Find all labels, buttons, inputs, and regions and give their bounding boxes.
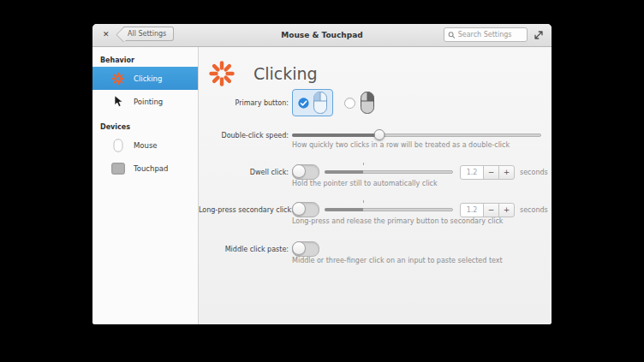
- decrement-button[interactable]: −: [483, 203, 499, 217]
- all-settings-back-button[interactable]: All Settings: [123, 27, 174, 41]
- long-press-label: Long-press secondary click:: [199, 206, 289, 214]
- sidebar-item-label: Mouse: [134, 141, 158, 150]
- slider-fill: [325, 170, 363, 174]
- sidebar-item-touchpad[interactable]: Touchpad: [92, 157, 198, 180]
- dwell-click-value[interactable]: 1.2: [460, 165, 484, 180]
- primary-button-row: Primary button:: [199, 88, 374, 117]
- double-click-speed-row: Double-click speed:: [199, 129, 541, 141]
- dwell-click-slider: [325, 166, 453, 178]
- clicking-flower-icon: [111, 72, 125, 86]
- middle-click-paste-label: Middle click paste:: [199, 246, 289, 253]
- toggle-knob[interactable]: [292, 164, 306, 178]
- search-icon: [448, 31, 456, 39]
- long-press-spinner: 1.2 − +: [460, 203, 515, 217]
- checked-radio-icon: [298, 98, 309, 109]
- dwell-click-row: Dwell click: 1.2 − + seconds: [199, 164, 548, 180]
- right-primary-mouse-icon: [361, 92, 374, 114]
- sidebar: Behavior: [92, 47, 199, 324]
- middle-click-paste-toggle[interactable]: [292, 241, 319, 257]
- dwell-click-toggle[interactable]: [292, 164, 319, 180]
- toggle-knob[interactable]: [292, 202, 306, 216]
- long-press-slider: [325, 204, 453, 216]
- settings-window: ✕ All Settings Mouse & Touchpad Behavior: [92, 24, 552, 324]
- back-button-label: All Settings: [128, 30, 166, 38]
- sidebar-section-behavior: Behavior: [92, 54, 198, 67]
- long-press-toggle[interactable]: [292, 202, 319, 217]
- content-pane: Clicking Primary button:: [199, 47, 552, 324]
- search-box[interactable]: [444, 27, 528, 42]
- double-click-speed-slider[interactable]: [292, 129, 541, 141]
- left-primary-mouse-icon: [313, 92, 327, 114]
- touchpad-icon: [111, 162, 125, 175]
- sidebar-item-label: Clicking: [134, 74, 162, 83]
- sidebar-section-devices: Devices: [92, 121, 198, 134]
- decrement-button[interactable]: −: [483, 165, 499, 180]
- sidebar-item-label: Touchpad: [134, 164, 168, 173]
- sidebar-item-label: Pointing: [134, 98, 163, 106]
- primary-button-right-option[interactable]: [344, 92, 374, 114]
- dwell-click-spinner: 1.2 − +: [460, 165, 515, 180]
- dwell-click-description: Hold the pointer still to automatically …: [292, 180, 438, 187]
- double-click-speed-label: Double-click speed:: [199, 132, 289, 139]
- slider-handle[interactable]: [373, 129, 385, 140]
- primary-button-left-option[interactable]: [292, 89, 333, 116]
- slider-tick: [363, 163, 364, 165]
- toggle-knob[interactable]: [292, 241, 306, 255]
- expand-icon[interactable]: [534, 30, 544, 40]
- middle-click-paste-row: Middle click paste:: [199, 241, 319, 257]
- double-click-speed-description: How quickly two clicks in a row will be …: [292, 141, 510, 149]
- long-press-row: Long-press secondary click: 1.2 − + seco…: [199, 202, 548, 217]
- long-press-value[interactable]: 1.2: [460, 203, 484, 217]
- dwell-click-label: Dwell click:: [199, 169, 289, 176]
- titlebar[interactable]: ✕ All Settings Mouse & Touchpad: [92, 24, 552, 47]
- page-header: Clicking: [207, 59, 318, 88]
- increment-button[interactable]: +: [498, 203, 515, 217]
- sidebar-item-mouse[interactable]: Mouse: [92, 134, 198, 157]
- pointer-arrow-icon: [111, 95, 125, 109]
- long-press-unit: seconds: [520, 206, 548, 214]
- close-icon[interactable]: ✕: [103, 29, 110, 40]
- sidebar-item-clicking[interactable]: Clicking: [92, 67, 198, 90]
- clicking-page-icon: [207, 59, 236, 88]
- middle-click-paste-description: Middle or three-finger click on an input…: [292, 257, 503, 264]
- dwell-click-unit: seconds: [520, 169, 548, 176]
- page-title: Clicking: [253, 64, 318, 83]
- search-input[interactable]: [458, 31, 523, 39]
- slider-tick: [363, 200, 364, 203]
- increment-button[interactable]: +: [498, 165, 515, 180]
- slider-fill: [292, 134, 379, 137]
- sidebar-item-pointing[interactable]: Pointing: [92, 90, 198, 113]
- long-press-description: Long-press and release the primary butto…: [292, 217, 503, 225]
- primary-button-label: Primary button:: [199, 99, 289, 107]
- unchecked-radio-icon: [344, 98, 355, 109]
- mouse-icon: [111, 139, 125, 152]
- slider-fill: [325, 208, 363, 211]
